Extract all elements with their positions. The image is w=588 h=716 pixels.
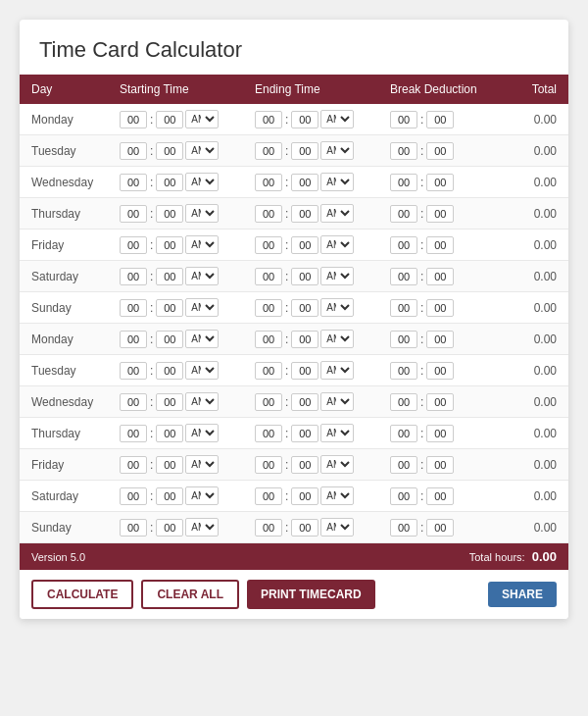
end-min-input[interactable] [291, 393, 318, 411]
end-hour-input[interactable] [255, 299, 282, 317]
start-ampm-select[interactable]: AMPM [185, 361, 219, 380]
end-hour-input[interactable] [255, 268, 282, 285]
start-ampm-select[interactable]: AMPM [185, 424, 219, 442]
break-hour-input[interactable] [390, 519, 417, 537]
start-hour-input[interactable] [120, 519, 147, 537]
start-ampm-select[interactable]: AMPM [185, 392, 219, 411]
end-min-input[interactable] [291, 331, 318, 348]
end-hour-input[interactable] [255, 362, 282, 380]
break-hour-input[interactable] [390, 174, 417, 191]
start-min-input[interactable] [156, 205, 183, 223]
start-min-input[interactable] [156, 142, 183, 160]
break-min-input[interactable] [426, 425, 454, 442]
end-min-input[interactable] [291, 456, 318, 474]
start-ampm-select[interactable]: AMPM [185, 518, 219, 537]
end-min-input[interactable] [291, 425, 318, 442]
start-ampm-select[interactable]: AMPM [185, 455, 219, 474]
end-ampm-select[interactable]: AMPM [320, 455, 354, 474]
start-min-input[interactable] [156, 425, 183, 442]
break-min-input[interactable] [426, 299, 454, 317]
end-min-input[interactable] [291, 519, 318, 537]
break-min-input[interactable] [426, 174, 454, 191]
end-hour-input[interactable] [255, 519, 282, 537]
break-min-input[interactable] [426, 362, 454, 380]
start-ampm-select[interactable]: AMPM [185, 298, 219, 317]
break-min-input[interactable] [426, 268, 454, 285]
start-min-input[interactable] [156, 299, 183, 317]
start-hour-input[interactable] [120, 456, 147, 474]
start-hour-input[interactable] [120, 268, 147, 285]
end-min-input[interactable] [291, 142, 318, 160]
break-hour-input[interactable] [390, 142, 417, 160]
end-hour-input[interactable] [255, 111, 282, 128]
end-min-input[interactable] [291, 362, 318, 380]
share-button[interactable]: SHARE [488, 582, 557, 607]
end-min-input[interactable] [291, 487, 318, 505]
end-hour-input[interactable] [255, 487, 282, 505]
start-min-input[interactable] [156, 456, 183, 474]
start-hour-input[interactable] [120, 205, 147, 223]
break-hour-input[interactable] [390, 425, 417, 442]
print-button[interactable]: PRINT TIMECARD [247, 580, 375, 609]
start-ampm-select[interactable]: AMPM [185, 141, 219, 160]
start-ampm-select[interactable]: AMPM [185, 486, 219, 505]
start-hour-input[interactable] [120, 362, 147, 380]
clear-all-button[interactable]: CLEAR ALL [141, 580, 239, 609]
start-min-input[interactable] [156, 519, 183, 537]
start-min-input[interactable] [156, 331, 183, 348]
end-ampm-select[interactable]: AMPM [320, 204, 354, 223]
break-hour-input[interactable] [390, 362, 417, 380]
end-hour-input[interactable] [255, 393, 282, 411]
start-min-input[interactable] [156, 362, 183, 380]
break-hour-input[interactable] [390, 111, 417, 128]
end-hour-input[interactable] [255, 425, 282, 442]
end-hour-input[interactable] [255, 456, 282, 474]
end-ampm-select[interactable]: AMPM [320, 141, 354, 160]
break-min-input[interactable] [426, 456, 454, 474]
end-hour-input[interactable] [255, 205, 282, 223]
start-hour-input[interactable] [120, 393, 147, 411]
break-hour-input[interactable] [390, 393, 417, 411]
break-hour-input[interactable] [390, 299, 417, 317]
end-min-input[interactable] [291, 268, 318, 285]
end-ampm-select[interactable]: AMPM [320, 298, 354, 317]
start-hour-input[interactable] [120, 425, 147, 442]
break-hour-input[interactable] [390, 487, 417, 505]
start-hour-input[interactable] [120, 174, 147, 191]
start-ampm-select[interactable]: AMPM [185, 204, 219, 223]
end-hour-input[interactable] [255, 142, 282, 160]
end-min-input[interactable] [291, 205, 318, 223]
start-hour-input[interactable] [120, 331, 147, 348]
start-ampm-select[interactable]: AMPM [185, 267, 219, 285]
start-min-input[interactable] [156, 236, 183, 254]
start-hour-input[interactable] [120, 142, 147, 160]
start-ampm-select[interactable]: AMPM [185, 235, 219, 254]
break-min-input[interactable] [426, 393, 454, 411]
break-min-input[interactable] [426, 205, 454, 223]
break-min-input[interactable] [426, 142, 454, 160]
start-ampm-select[interactable]: AMPM [185, 173, 219, 191]
break-hour-input[interactable] [390, 331, 417, 348]
calculate-button[interactable]: CALCULATE [31, 580, 133, 609]
start-min-input[interactable] [156, 268, 183, 285]
break-min-input[interactable] [426, 331, 454, 348]
end-ampm-select[interactable]: AMPM [320, 267, 354, 285]
start-min-input[interactable] [156, 487, 183, 505]
break-min-input[interactable] [426, 111, 454, 128]
start-hour-input[interactable] [120, 487, 147, 505]
end-hour-input[interactable] [255, 331, 282, 348]
start-ampm-select[interactable]: AMPM [185, 330, 219, 348]
end-hour-input[interactable] [255, 174, 282, 191]
end-min-input[interactable] [291, 174, 318, 191]
end-ampm-select[interactable]: AMPM [320, 424, 354, 442]
end-hour-input[interactable] [255, 236, 282, 254]
start-hour-input[interactable] [120, 299, 147, 317]
end-ampm-select[interactable]: AMPM [320, 486, 354, 505]
start-min-input[interactable] [156, 393, 183, 411]
end-min-input[interactable] [291, 111, 318, 128]
end-ampm-select[interactable]: AMPM [320, 330, 354, 348]
break-hour-input[interactable] [390, 268, 417, 285]
end-ampm-select[interactable]: AMPM [320, 361, 354, 380]
break-hour-input[interactable] [390, 205, 417, 223]
end-min-input[interactable] [291, 299, 318, 317]
